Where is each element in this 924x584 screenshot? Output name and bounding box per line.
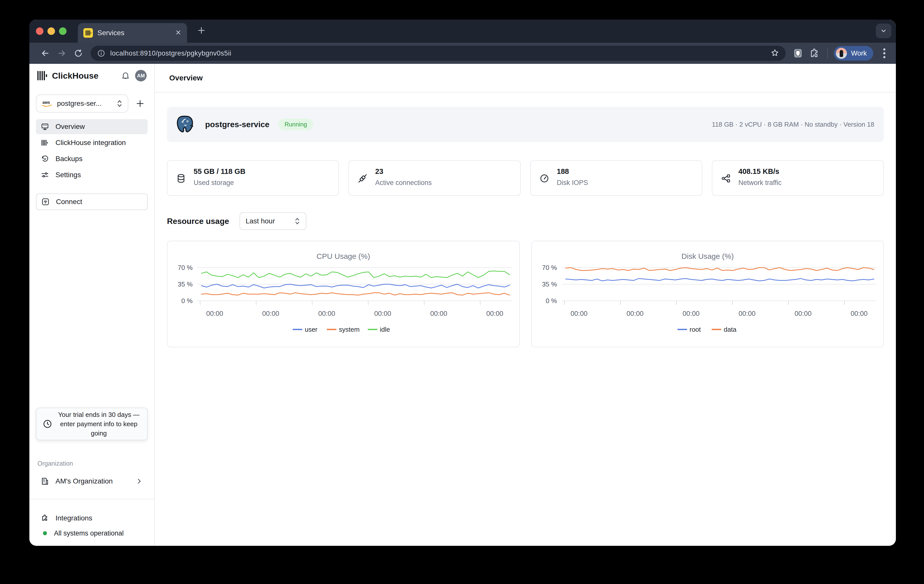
monitor-icon	[41, 122, 50, 131]
time-range-select[interactable]: Last hour	[239, 212, 306, 230]
sidebar-item-integrations[interactable]: Integrations	[36, 511, 148, 526]
svg-text:35 %: 35 %	[542, 280, 557, 288]
browser-menu-button[interactable]	[879, 48, 889, 59]
forward-button[interactable]	[53, 48, 70, 58]
tab-close-icon[interactable]	[175, 29, 182, 37]
organization-name: AM's Organization	[56, 477, 113, 485]
svg-text:70 %: 70 %	[178, 264, 193, 271]
stats-row: 55 GB / 118 GB Used storage 23 Active co…	[167, 160, 884, 196]
zoom-window-button[interactable]	[59, 27, 66, 35]
sidebar-item-label: ClickHouse integration	[56, 139, 126, 147]
sidebar-item-label: Backups	[56, 155, 82, 163]
svg-text:00:00: 00:00	[318, 310, 335, 318]
connect-button[interactable]: Connect	[36, 194, 148, 210]
trial-notice-text: Your trial ends in 30 days — enter payme…	[53, 410, 143, 438]
gauge-icon	[540, 174, 549, 184]
service-specs: 118 GB · 2 vCPU · 8 GB RAM · No standby …	[712, 121, 874, 128]
extensions-puzzle-icon[interactable]	[810, 48, 820, 58]
new-tab-button[interactable]	[197, 26, 206, 36]
sidebar-nav: Overview ClickHouse integration Backups	[36, 119, 148, 184]
sidebar-item-settings[interactable]: Settings	[36, 167, 148, 182]
sliders-icon	[41, 171, 50, 179]
stat-label: Active connections	[375, 179, 432, 187]
stat-value: 408.15 KB/s	[738, 167, 779, 175]
organization-item[interactable]: AM's Organization	[36, 474, 148, 488]
user-avatar[interactable]: AM	[135, 70, 147, 81]
sidebar-item-label: Overview	[56, 122, 85, 131]
system-status-item[interactable]: All systems operational	[36, 526, 148, 541]
stat-label: Used storage	[194, 179, 234, 187]
close-window-button[interactable]	[36, 27, 43, 35]
svg-text:00:00: 00:00	[627, 310, 644, 318]
svg-text:00:00: 00:00	[794, 310, 812, 318]
svg-text:CPU Usage (%): CPU Usage (%)	[317, 252, 370, 260]
browser-window: Services localhost:8910/postgres/pgkybgn…	[30, 20, 896, 546]
back-button[interactable]	[37, 48, 53, 58]
organization-section-label: Organization	[37, 460, 73, 467]
minimize-window-button[interactable]	[48, 27, 55, 35]
toolbar-separator	[827, 48, 828, 58]
svg-text:root: root	[690, 326, 701, 333]
trial-notice-card[interactable]: Your trial ends in 30 days — enter payme…	[36, 408, 148, 440]
window-controls	[36, 27, 66, 35]
address-bar[interactable]: localhost:8910/postgres/pgkybgnv0s5ii	[91, 46, 785, 61]
page-title: Overview	[169, 74, 203, 82]
charts-row: CPU Usage (%)0 %35 %70 %00:0000:0000:000…	[167, 241, 884, 347]
connect-wifi-icon	[41, 198, 50, 206]
page-header: Overview	[155, 64, 896, 93]
browser-profile-button[interactable]: Work	[834, 46, 873, 61]
sidebar-item-overview[interactable]: Overview	[36, 119, 148, 134]
disk-usage-chart: Disk Usage (%)0 %35 %70 %00:0000:0000:00…	[531, 241, 884, 347]
selected-service-label: postgres-ser...	[57, 99, 116, 108]
dropdown-chevrons-icon	[294, 217, 300, 225]
clickhouse-logo-icon	[37, 70, 48, 81]
profile-name: Work	[851, 50, 867, 57]
service-selector[interactable]: aws postgres-ser...	[36, 94, 128, 112]
brand-title: ClickHouse	[52, 71, 99, 81]
sidebar-item-clickhouse-integration[interactable]: ClickHouse integration	[36, 135, 148, 150]
stat-label: Network traffic	[738, 179, 782, 187]
svg-text:system: system	[339, 326, 360, 333]
shield-extension-icon[interactable]	[793, 48, 803, 58]
tab-search-button[interactable]	[876, 24, 891, 38]
brand-row: ClickHouse AM	[37, 68, 147, 83]
stat-value: 23	[375, 167, 383, 175]
stat-value: 188	[557, 167, 569, 175]
browser-toolbar: localhost:8910/postgres/pgkybgnv0s5ii Wo…	[30, 43, 896, 64]
sidebar-divider	[30, 499, 154, 499]
site-info-icon[interactable]	[97, 49, 105, 57]
svg-text:00:00: 00:00	[683, 310, 700, 318]
svg-text:35 %: 35 %	[178, 280, 193, 288]
history-restore-icon	[41, 155, 50, 163]
url-text: localhost:8910/postgres/pgkybgnv0s5ii	[110, 50, 231, 57]
stat-card-used-storage: 55 GB / 118 GB Used storage	[167, 160, 339, 196]
sidebar-item-backups[interactable]: Backups	[36, 151, 148, 166]
bookmark-star-icon[interactable]	[771, 48, 779, 58]
service-name: postgres-service	[205, 120, 269, 129]
svg-text:idle: idle	[380, 326, 390, 333]
notifications-bell-icon[interactable]	[121, 71, 130, 80]
service-hero-card: postgres-service Running 118 GB · 2 vCPU…	[167, 107, 884, 142]
stat-card-active-connections: 23 Active connections	[348, 160, 520, 196]
resource-usage-title: Resource usage	[167, 217, 229, 226]
tab-title: Services	[97, 29, 124, 37]
svg-text:0 %: 0 %	[181, 297, 193, 304]
status-dot-icon	[43, 531, 47, 535]
resource-usage-row: Resource usage Last hour	[167, 212, 884, 230]
browser-tab-services[interactable]: Services	[78, 23, 187, 43]
reload-button[interactable]	[70, 49, 87, 58]
time-range-value: Last hour	[246, 217, 275, 225]
svg-text:00:00: 00:00	[206, 310, 223, 318]
add-service-button[interactable]	[135, 99, 145, 108]
status-badge: Running	[279, 119, 313, 130]
svg-text:0 %: 0 %	[546, 297, 557, 304]
stat-value: 55 GB / 118 GB	[194, 167, 245, 175]
svg-text:data: data	[724, 326, 736, 333]
trial-clock-icon	[43, 419, 53, 429]
main-area: Overview postgres-service Running 118 GB…	[155, 64, 896, 546]
database-icon	[176, 174, 186, 184]
svg-text:70 %: 70 %	[542, 264, 557, 271]
stat-label: Disk IOPS	[557, 179, 588, 187]
status-text: All systems operational	[54, 529, 124, 537]
sidebar: ClickHouse AM aws postgres-ser...	[30, 64, 155, 546]
